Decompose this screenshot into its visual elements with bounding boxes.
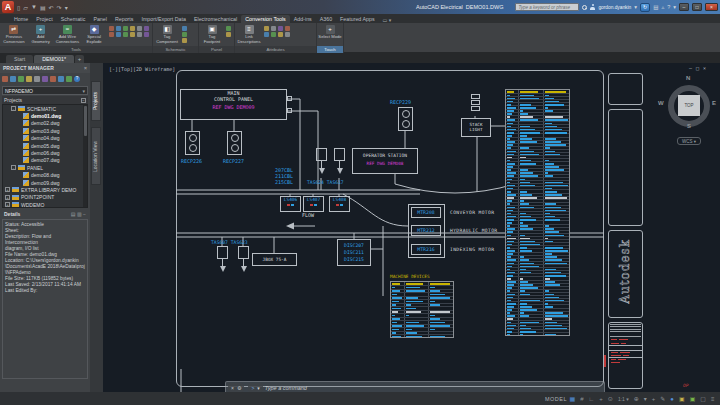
stack-light-symbol[interactable] [468, 93, 482, 116]
project-settings-icon[interactable] [42, 76, 48, 82]
switch-symbol-tas624[interactable] [315, 148, 328, 174]
snap-mode-icon[interactable]: # [580, 396, 583, 402]
tree-item-demo05-dwg[interactable]: demo05.dwg [3, 142, 87, 149]
save-icon[interactable]: ▼ [31, 4, 37, 10]
ribbon-tab-project[interactable]: Project [32, 15, 57, 23]
ribbon-tab-electromechanical[interactable]: Electromechanical [190, 15, 241, 23]
viewcube-top-face[interactable]: TOP [678, 95, 700, 116]
project-new-icon[interactable] [2, 76, 8, 82]
tree-scrollbar[interactable] [83, 105, 87, 207]
undo-icon[interactable]: ↶ [49, 4, 54, 11]
help-icon[interactable]: ? [667, 4, 670, 10]
tree-expander-icon[interactable]: + [5, 202, 10, 207]
switch-symbol-tas623[interactable] [237, 246, 250, 272]
viewcube-north[interactable]: N [686, 75, 690, 81]
limit-switch-ls407[interactable]: LS407 [303, 196, 324, 212]
previous-conversion-button[interactable]: ⇄Previous Conversion [1, 24, 27, 44]
mini-tool-icon[interactable] [264, 32, 269, 37]
help-icon[interactable]: ? [74, 76, 80, 82]
mini-tool-icon[interactable] [109, 32, 114, 37]
ribbon-tab-reports[interactable]: Reports [111, 15, 138, 23]
palette-side-tab-projects[interactable]: Projects [91, 81, 101, 121]
workspace-switch-icon[interactable]: + [652, 396, 656, 402]
mini-tool-icon[interactable] [144, 32, 149, 37]
jbox-label[interactable]: JBOX 75-A [253, 254, 296, 265]
tree-item-schematic[interactable]: -SCHEMATIC [3, 105, 87, 112]
ribbon-group-label[interactable]: Tools [0, 46, 152, 53]
mini-tool-icon[interactable] [109, 26, 114, 31]
collapse-icon[interactable]: − [81, 98, 86, 103]
ribbon-group-label[interactable]: Panel [199, 46, 234, 53]
select-mode-button[interactable]: +Select Mode [318, 24, 342, 40]
mini-tool-icon[interactable] [226, 32, 231, 37]
switch-symbol-tas617[interactable] [333, 148, 346, 174]
signed-in-user[interactable]: gordon.dyankin [598, 5, 631, 10]
ribbon-group-label[interactable]: Schematic [153, 46, 198, 53]
exchange-icon[interactable] [58, 76, 64, 82]
tree-item-demo07-dwg[interactable]: demo07.dwg [3, 157, 87, 164]
viewcube-east[interactable]: E [712, 100, 716, 106]
ortho-mode-icon[interactable]: ∟ [588, 396, 594, 402]
tree-item-demo04-dwg[interactable]: demo04.dwg [3, 135, 87, 142]
exchange-apps-icon[interactable]: ▤ [653, 4, 658, 10]
ribbon-group-label[interactable]: Attributes [235, 46, 316, 53]
stack-light-box[interactable]: STACK LIGHT [461, 118, 491, 137]
tree-expander-icon[interactable]: + [5, 187, 10, 192]
viewcube-west[interactable]: W [658, 100, 664, 106]
mini-tool-icon[interactable] [137, 32, 142, 37]
mini-tool-icon[interactable] [123, 32, 128, 37]
operator-station-box[interactable]: OPERATOR STATION REF DWG DEMO08 [352, 148, 418, 174]
motor-box-mtr212[interactable]: MTR212 [411, 225, 441, 236]
user-dropdown-icon[interactable]: ▾ [634, 4, 637, 10]
annotation-visibility-icon[interactable]: ⊕ [634, 395, 639, 402]
file-tab-demo01[interactable]: DEMO01* [34, 55, 74, 63]
isolate-objects-icon[interactable]: ▣ [679, 395, 685, 402]
tree-item-panel[interactable]: -PANEL [3, 164, 87, 171]
tree-item-demo02-dwg[interactable]: demo02.dwg [3, 120, 87, 127]
redo-icon[interactable]: ↷ [57, 4, 62, 11]
graphics-perf-icon[interactable]: ▣ [690, 395, 696, 402]
receptacle-symbol[interactable] [227, 131, 242, 155]
close-button[interactable]: × [705, 3, 718, 11]
command-customize-icon[interactable]: ⚙ [237, 385, 241, 391]
ribbon-tab-import-export-data[interactable]: Import/Export Data [137, 15, 189, 23]
clean-screen-icon[interactable]: ▢ [700, 395, 706, 402]
ribbon-tab-schematic[interactable]: Schematic [57, 15, 90, 23]
recp226-label[interactable]: RECP226 [181, 158, 202, 164]
tree-expander-icon[interactable]: - [11, 106, 16, 111]
ribbon-tab-home[interactable]: Home [10, 15, 32, 23]
mini-tool-icon[interactable] [123, 26, 128, 31]
recp227-label[interactable]: RECP227 [223, 158, 244, 164]
mini-tool-icon[interactable] [226, 26, 231, 31]
receptacle-symbol[interactable] [185, 131, 200, 155]
annotation-scale-control[interactable]: 1:1 ▾ [618, 396, 629, 402]
palette-side-tab-location-view[interactable]: Location View [91, 127, 101, 185]
customize-status-icon[interactable]: ≡ [711, 396, 715, 402]
tas-top-labels[interactable]: TAS624 TAS617 [307, 180, 344, 186]
tag-component-button[interactable]: ◧Tag Component [154, 24, 180, 44]
motor-box-mtr208[interactable]: MTR208 [411, 207, 441, 218]
mini-tool-icon[interactable] [116, 32, 121, 37]
plot-icon[interactable]: ▤ [40, 4, 46, 11]
search-icon[interactable] [582, 5, 587, 10]
tree-item-point2point[interactable]: +POINT2POINT [3, 194, 87, 201]
tree-expander-icon[interactable]: + [5, 195, 10, 200]
project-open-icon[interactable] [10, 76, 16, 82]
hardware-accel-icon[interactable]: ● [670, 396, 674, 402]
details-header[interactable]: Details ▤ ▥ − [2, 210, 88, 218]
add-geometry-button[interactable]: +Add Geometry [28, 24, 54, 44]
tree-item-demo06-dwg[interactable]: demo06.dwg [3, 149, 87, 156]
dropdown-icon[interactable] [66, 76, 72, 82]
mini-tool-icon[interactable] [264, 26, 269, 31]
mini-tool-icon[interactable] [278, 32, 283, 37]
ribbon-tab-panel[interactable]: Panel [89, 15, 111, 23]
mini-tool-icon[interactable] [182, 32, 187, 37]
signin-user-icon[interactable] [590, 4, 595, 10]
new-drawing-tab-button[interactable]: + [75, 55, 84, 63]
drawing-list-icon[interactable] [34, 76, 40, 82]
plot-publish-icon[interactable] [26, 76, 32, 82]
switch-symbol-tas607[interactable] [216, 246, 229, 272]
command-recent-dropdown[interactable]: > ▾ [248, 383, 262, 392]
wcs-dropdown[interactable]: WCS ▾ [677, 137, 701, 145]
details-view-icons[interactable]: ▤ ▥ − [71, 211, 86, 217]
